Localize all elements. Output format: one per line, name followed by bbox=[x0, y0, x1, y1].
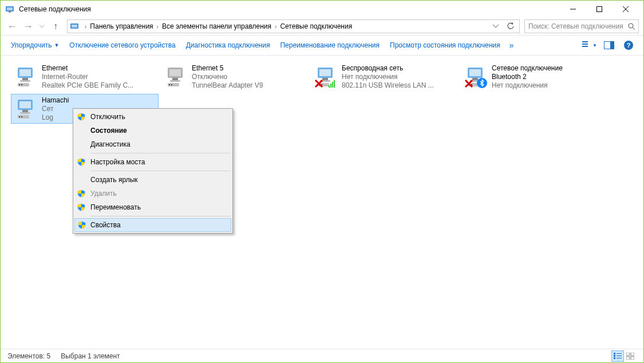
icons-view-button[interactable] bbox=[624, 350, 637, 362]
search-bar[interactable] bbox=[524, 19, 639, 33]
breadcrumb-item[interactable]: Все элементы панели управления bbox=[161, 22, 272, 30]
status-item-count: Элементов: 5 bbox=[7, 352, 50, 360]
minimize-button[interactable] bbox=[560, 1, 586, 18]
breadcrumb-separator[interactable]: › bbox=[82, 23, 89, 30]
svg-rect-30 bbox=[169, 84, 170, 85]
rename-button[interactable]: Переименование подключения bbox=[276, 39, 383, 52]
forward-button[interactable]: → bbox=[21, 19, 35, 33]
connection-name: Ethernet 5 bbox=[192, 64, 307, 73]
svg-rect-39 bbox=[329, 85, 330, 88]
svg-rect-63 bbox=[626, 353, 630, 356]
maximize-button[interactable] bbox=[586, 1, 613, 18]
connection-status: Нет подключения bbox=[342, 73, 457, 81]
svg-rect-61 bbox=[614, 357, 615, 359]
network-adapter-icon bbox=[464, 65, 487, 88]
svg-rect-27 bbox=[172, 78, 178, 80]
connection-name: Сетевое подключение bbox=[492, 64, 607, 73]
breadcrumb: › Панель управления › Все элементы панел… bbox=[82, 22, 489, 30]
nav-history-dropdown[interactable] bbox=[37, 19, 46, 33]
back-button[interactable]: ← bbox=[5, 19, 19, 33]
close-button[interactable] bbox=[613, 1, 639, 18]
svg-rect-56 bbox=[21, 116, 22, 117]
menu-item[interactable]: Настройка моста bbox=[74, 155, 231, 169]
details-view-button[interactable] bbox=[611, 350, 624, 362]
svg-rect-15 bbox=[610, 42, 614, 49]
network-adapter-icon bbox=[14, 97, 37, 120]
uac-shield-icon bbox=[77, 190, 85, 198]
error-overlay-icon bbox=[314, 79, 323, 88]
view-options-button[interactable]: ▼ bbox=[582, 38, 598, 52]
refresh-button[interactable] bbox=[504, 20, 517, 33]
window-controls bbox=[560, 1, 639, 18]
menu-item-label: Удалить bbox=[90, 190, 117, 198]
breadcrumb-separator[interactable]: › bbox=[155, 23, 161, 30]
svg-rect-12 bbox=[582, 44, 588, 45]
menu-item-label: Настройка моста bbox=[90, 158, 145, 166]
svg-rect-8 bbox=[72, 25, 77, 27]
overflow-button[interactable]: » bbox=[507, 41, 516, 50]
svg-point-9 bbox=[629, 23, 633, 28]
uac-shield-icon bbox=[77, 158, 85, 166]
connection-name: Беспроводная сеть bbox=[342, 64, 457, 73]
svg-rect-23 bbox=[19, 84, 20, 85]
svg-rect-21 bbox=[20, 80, 30, 82]
bluetooth-overlay-icon bbox=[477, 78, 487, 88]
view-status-button[interactable]: Просмотр состояния подключения bbox=[386, 39, 503, 52]
menu-item[interactable]: Диагностика bbox=[74, 137, 231, 151]
network-adapter-icon bbox=[164, 65, 187, 88]
disable-device-button[interactable]: Отключение сетевого устройства bbox=[66, 39, 179, 52]
svg-rect-28 bbox=[170, 80, 180, 82]
search-icon[interactable] bbox=[627, 23, 636, 30]
breadcrumb-item[interactable]: Панель управления bbox=[89, 22, 154, 30]
menu-item[interactable]: Отключить bbox=[74, 110, 231, 124]
connection-name: Ethernet bbox=[42, 64, 157, 73]
address-expand-button[interactable] bbox=[489, 20, 502, 33]
menu-item-label: Свойства bbox=[90, 221, 121, 229]
uac-shield-icon bbox=[78, 221, 86, 229]
diagnose-button[interactable]: Диагностика подключения bbox=[183, 39, 274, 52]
menu-item: Удалить bbox=[74, 187, 231, 200]
svg-rect-26 bbox=[169, 69, 181, 76]
connection-status: Нет подключения bbox=[492, 81, 607, 90]
menu-separator bbox=[90, 216, 230, 216]
menu-item[interactable]: Переименовать bbox=[74, 200, 231, 214]
svg-rect-11 bbox=[582, 41, 588, 42]
uac-shield-icon bbox=[77, 203, 85, 211]
svg-rect-13 bbox=[582, 46, 588, 47]
connection-status: Отключено bbox=[192, 73, 307, 81]
svg-rect-1 bbox=[7, 7, 13, 10]
network-adapter-icon bbox=[14, 65, 37, 88]
svg-rect-57 bbox=[614, 353, 615, 354]
menu-item-label: Диагностика bbox=[90, 140, 131, 148]
menu-item-label: Отключить bbox=[90, 113, 125, 121]
connection-item[interactable]: EthernetInternet-RouterRealtek PCIe GBE … bbox=[11, 62, 159, 92]
status-bar: Элементов: 5 Выбран 1 элемент bbox=[1, 349, 643, 362]
breadcrumb-separator[interactable]: › bbox=[272, 23, 279, 30]
up-button[interactable]: ↑ bbox=[49, 19, 62, 33]
menu-item[interactable]: Создать ярлык bbox=[74, 173, 231, 187]
connection-device: Realtek PCIe GBE Family C... bbox=[42, 81, 157, 90]
svg-rect-41 bbox=[332, 82, 333, 88]
svg-rect-33 bbox=[319, 69, 331, 76]
preview-pane-button[interactable] bbox=[601, 38, 617, 52]
svg-rect-64 bbox=[631, 353, 634, 356]
status-selection-count: Выбран 1 элемент bbox=[61, 352, 120, 360]
organize-button[interactable]: Упорядочить ▼ bbox=[7, 39, 62, 52]
address-bar[interactable]: › Панель управления › Все элементы панел… bbox=[67, 19, 520, 33]
svg-rect-31 bbox=[171, 84, 172, 85]
svg-rect-24 bbox=[21, 84, 22, 85]
caret-down-icon: ▼ bbox=[54, 42, 59, 48]
connection-item[interactable]: Сетевое подключениеBluetooth 2Нет подклю… bbox=[461, 62, 609, 92]
menu-item-label: Переименовать bbox=[90, 203, 141, 211]
menu-item[interactable]: Состояние bbox=[74, 124, 231, 137]
breadcrumb-item[interactable]: Сетевые подключения bbox=[279, 22, 353, 30]
connection-item[interactable]: Ethernet 5ОтключеноTunnelBear Adapter V9 bbox=[161, 62, 309, 92]
svg-rect-60 bbox=[617, 356, 622, 356]
connection-status: Internet-Router bbox=[42, 73, 157, 81]
connection-item[interactable]: Беспроводная сетьНет подключения802.11n … bbox=[311, 62, 459, 92]
menu-item[interactable]: Свойства bbox=[74, 218, 231, 232]
help-button[interactable]: ? bbox=[621, 38, 637, 52]
menu-item-label: Состояние bbox=[90, 127, 127, 135]
search-input[interactable] bbox=[527, 22, 627, 31]
titlebar: Сетевые подключения bbox=[1, 1, 643, 18]
